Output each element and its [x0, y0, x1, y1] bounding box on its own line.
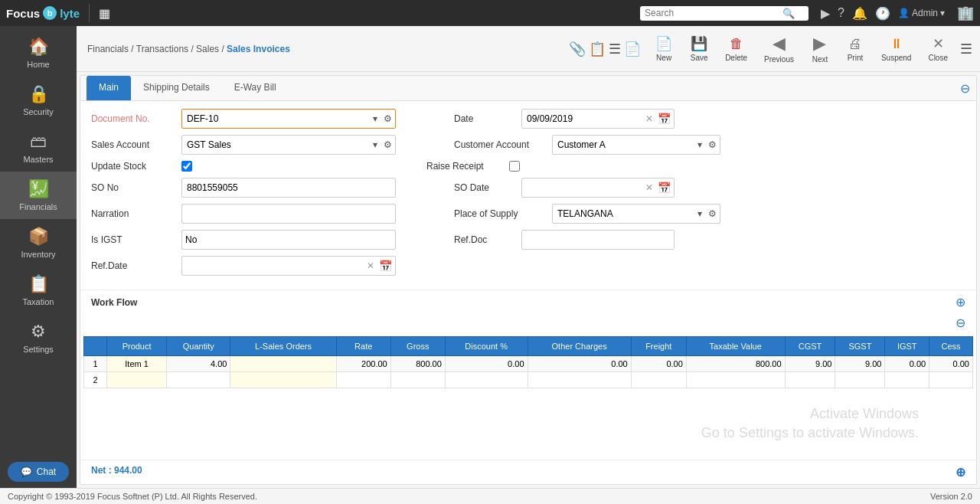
sales-account-input[interactable] — [182, 137, 370, 152]
gear-icon[interactable]: ⚙ — [705, 208, 720, 219]
dropdown-icon[interactable]: ▾ — [370, 113, 381, 124]
ref-date-label: Ref.Date — [91, 260, 175, 271]
customer-account-field[interactable]: ▾ ⚙ — [552, 135, 720, 155]
grid-icon[interactable]: ▦ — [99, 6, 110, 21]
ref-date-field[interactable]: ✕ 📅 — [181, 256, 396, 276]
admin-button[interactable]: 👤 Admin ▾ — [898, 8, 945, 18]
clear-ref-date-icon[interactable]: ✕ — [365, 260, 376, 271]
paperclip-icon[interactable]: 📎 — [569, 41, 586, 57]
bell-icon[interactable]: 🔔 — [852, 6, 867, 21]
list-icon[interactable]: ☰ — [609, 41, 621, 57]
so-date-input[interactable] — [522, 180, 644, 195]
sidebar-item-home[interactable]: 🏠 Home — [0, 29, 77, 77]
narration-input[interactable] — [181, 204, 396, 224]
add-row-button[interactable]: ⊕ — [956, 465, 965, 479]
delete-label: Delete — [725, 54, 747, 62]
sidebar-item-label: Inventory — [21, 250, 55, 259]
so-date-field[interactable]: ✕ 📅 — [521, 178, 675, 198]
date-field[interactable]: ✕ 📅 — [521, 109, 675, 129]
sidebar-item-taxation[interactable]: 📋 Taxation — [0, 267, 77, 314]
play-icon[interactable]: ▶ — [821, 6, 830, 21]
raise-receipt-checkbox[interactable] — [509, 161, 520, 172]
dropdown-icon[interactable]: ▾ — [694, 208, 705, 219]
table-row: 1 Item 1 4.00 200.00 800.00 0.00 0.00 0.… — [84, 356, 973, 372]
new-button[interactable]: 📄 New — [647, 32, 681, 65]
delete-icon: 🗑 — [730, 36, 743, 52]
sidebar-item-financials[interactable]: 💹 Financials — [0, 172, 77, 219]
previous-button[interactable]: ◀ Previous — [756, 31, 802, 67]
gear-icon[interactable]: ⚙ — [381, 113, 395, 124]
gear-icon[interactable]: ⚙ — [705, 139, 720, 150]
expand-workflow-icon[interactable]: ⊕ — [956, 295, 965, 309]
tab-shipping[interactable]: Shipping Details — [131, 76, 222, 100]
next-button[interactable]: ▶ Next — [803, 31, 837, 67]
date-label: Date — [454, 113, 515, 124]
table-row: 2 — [84, 372, 973, 388]
clear-so-date-icon[interactable]: ✕ — [644, 182, 655, 193]
chat-button[interactable]: 💬 Chat — [8, 462, 69, 482]
form-row-narration: Narration Place of Supply ▾ ⚙ — [91, 204, 965, 224]
date-input[interactable] — [522, 111, 644, 126]
col-product: Product — [107, 337, 167, 356]
collapse-form-button[interactable]: ⊖ — [956, 316, 965, 330]
calendar-icon[interactable]: 📅 — [655, 113, 674, 125]
place-of-supply-field[interactable]: ▾ ⚙ — [552, 204, 720, 224]
so-calendar-icon[interactable]: 📅 — [655, 182, 674, 194]
close-label: Close — [928, 54, 948, 62]
place-of-supply-input[interactable] — [553, 206, 694, 221]
so-date-label: SO Date — [454, 182, 515, 193]
tab-eway[interactable]: E-Way Bill — [222, 76, 289, 100]
hamburger-icon[interactable]: ☰ — [960, 41, 972, 57]
doc-icons: 📎 📋 ☰ 📄 — [569, 41, 641, 57]
sales-account-field[interactable]: ▾ ⚙ — [181, 135, 396, 155]
sidebar-item-label: Security — [23, 107, 54, 116]
suspend-button[interactable]: ⏸ Suspend — [874, 33, 919, 65]
print-label: Print — [848, 54, 864, 62]
dropdown-icon[interactable]: ▾ — [370, 139, 381, 150]
form-row-docno: Document No. ▾ ⚙ Date ✕ 📅 — [91, 109, 965, 129]
close-button[interactable]: ✕ Close — [920, 32, 956, 65]
search-input[interactable] — [645, 8, 782, 18]
copy-icon[interactable]: 📋 — [589, 41, 606, 57]
document-icon[interactable]: 📄 — [624, 41, 641, 57]
dropdown-icon[interactable]: ▾ — [694, 139, 705, 150]
print-button[interactable]: 🖨 Print — [838, 33, 872, 65]
is-igst-select[interactable]: No Yes — [181, 230, 396, 250]
so-no-input[interactable] — [181, 178, 396, 198]
document-no-field[interactable]: ▾ ⚙ — [181, 109, 396, 129]
col-rate: Rate — [336, 337, 390, 356]
document-no-label: Document No. — [91, 113, 175, 124]
update-stock-checkbox[interactable] — [181, 161, 192, 172]
toolbar-buttons: 📄 New 💾 Save 🗑 Delete ◀ Previous ▶ — [647, 31, 956, 67]
table-section: Product Quantity L-Sales Orders Rate Gro… — [80, 332, 976, 460]
gear-icon[interactable]: ⚙ — [381, 139, 395, 150]
net-value: 944.00 — [114, 465, 142, 476]
place-of-supply-label: Place of Supply — [454, 208, 546, 219]
tab-main[interactable]: Main — [87, 76, 131, 100]
sidebar-item-settings[interactable]: ⚙ Settings — [0, 314, 77, 362]
sidebar-item-label: Settings — [23, 345, 54, 354]
sidebar-item-masters[interactable]: 🗃 Masters — [0, 124, 77, 172]
logo-ball — [43, 6, 57, 20]
new-icon: 📄 — [655, 35, 672, 52]
customer-account-input[interactable] — [553, 137, 694, 152]
ref-date-input[interactable] — [182, 258, 365, 273]
collapse-button[interactable]: ⊖ — [960, 81, 970, 96]
content-area: Financials / Transactions / Sales / Sale… — [77, 26, 980, 488]
ref-doc-input[interactable] — [521, 230, 675, 250]
sidebar-item-inventory[interactable]: 📦 Inventory — [0, 219, 77, 267]
next-icon: ▶ — [813, 34, 826, 54]
workflow-header[interactable]: Work Flow ⊕ — [91, 295, 965, 309]
sidebar-item-security[interactable]: 🔒 Security — [0, 77, 77, 124]
document-no-input[interactable] — [182, 111, 370, 126]
save-button[interactable]: 💾 Save — [682, 32, 716, 65]
clock-icon[interactable]: 🕐 — [875, 6, 890, 21]
search-icon: 🔍 — [782, 8, 795, 19]
ref-calendar-icon[interactable]: 📅 — [376, 260, 395, 272]
next-label: Next — [812, 55, 828, 64]
form-body: Document No. ▾ ⚙ Date ✕ 📅 — [80, 101, 976, 290]
form-row-so: SO No SO Date ✕ 📅 — [91, 178, 965, 198]
clear-date-icon[interactable]: ✕ — [644, 113, 655, 124]
help-icon[interactable]: ? — [838, 6, 844, 20]
delete-button[interactable]: 🗑 Delete — [717, 33, 755, 65]
